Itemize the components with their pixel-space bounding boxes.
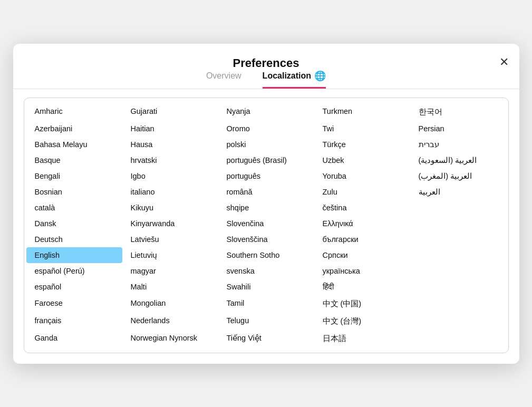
language-item[interactable]: čeština xyxy=(314,200,410,216)
modal-title: Preferences xyxy=(233,56,299,70)
language-item[interactable]: Slovenščina xyxy=(218,231,314,247)
language-item[interactable] xyxy=(410,216,506,231)
language-item[interactable]: Uzbek xyxy=(314,152,410,168)
language-item[interactable]: Gujarati xyxy=(122,103,218,121)
language-item[interactable]: português (Brasil) xyxy=(218,152,314,168)
modal-header: Preferences ✕ Overview Localization 🌐 xyxy=(13,56,519,89)
language-item[interactable]: Southern Sotho xyxy=(218,247,314,263)
language-item[interactable]: Lietuvių xyxy=(122,247,218,263)
language-item[interactable]: Yoruba xyxy=(314,168,410,184)
language-item[interactable]: Amharic xyxy=(26,103,122,121)
language-item[interactable]: Oromo xyxy=(218,121,314,137)
tab-overview-label: Overview xyxy=(206,71,241,81)
language-item[interactable] xyxy=(410,200,506,216)
language-item[interactable]: magyar xyxy=(122,263,218,279)
language-item[interactable]: українська xyxy=(314,263,410,279)
language-item[interactable]: Српски xyxy=(314,247,410,263)
language-item[interactable]: Turkmen xyxy=(314,103,410,121)
language-item[interactable]: shqipe xyxy=(218,200,314,216)
language-item[interactable]: Hausa xyxy=(122,137,218,152)
globe-icon: 🌐 xyxy=(314,70,326,82)
tabs-container: Overview Localization 🌐 xyxy=(13,70,519,89)
language-item[interactable]: español xyxy=(26,279,122,295)
language-item[interactable] xyxy=(410,313,506,330)
language-item[interactable]: Haitian xyxy=(122,121,218,137)
tab-localization-label: Localization xyxy=(263,71,311,81)
language-item[interactable]: Faroese xyxy=(26,295,122,313)
language-item[interactable]: Nederlands xyxy=(122,313,218,330)
language-item[interactable]: español (Perú) xyxy=(26,263,122,279)
language-item[interactable]: Nyanja xyxy=(218,103,314,121)
language-item[interactable]: português xyxy=(218,168,314,184)
language-item[interactable]: Swahili xyxy=(218,279,314,295)
language-item[interactable]: हिंदी xyxy=(314,279,410,295)
language-item[interactable]: Norwegian Nynorsk xyxy=(122,330,218,347)
language-item[interactable]: Kinyarwanda xyxy=(122,216,218,231)
close-button[interactable]: ✕ xyxy=(499,56,509,68)
tab-overview[interactable]: Overview xyxy=(206,70,241,89)
language-item[interactable]: 한국어 xyxy=(410,103,506,121)
language-item[interactable]: polski xyxy=(218,137,314,152)
language-item[interactable]: Ελληνικά xyxy=(314,216,410,231)
language-item[interactable] xyxy=(410,247,506,263)
preferences-modal: Preferences ✕ Overview Localization 🌐 Am… xyxy=(13,44,519,364)
language-item[interactable]: Malti xyxy=(122,279,218,295)
language-grid: AmharicGujaratiNyanjaTurkmen한국어Azerbaija… xyxy=(26,103,506,347)
language-item[interactable]: français xyxy=(26,313,122,330)
language-item[interactable]: català xyxy=(26,200,122,216)
language-item[interactable]: italiano xyxy=(122,184,218,200)
language-item[interactable]: Dansk xyxy=(26,216,122,231)
language-item[interactable]: 中文 (中国) xyxy=(314,295,410,313)
language-item[interactable]: English xyxy=(26,247,122,263)
language-item[interactable]: 中文 (台灣) xyxy=(314,313,410,330)
language-item[interactable]: العربية xyxy=(410,184,506,200)
language-item[interactable]: Mongolian xyxy=(122,295,218,313)
modal-body: AmharicGujaratiNyanjaTurkmen한국어Azerbaija… xyxy=(13,89,519,364)
language-item[interactable]: Bengali xyxy=(26,168,122,184)
language-item[interactable]: Igbo xyxy=(122,168,218,184)
language-item[interactable]: 日本語 xyxy=(314,330,410,347)
language-item[interactable]: Kikuyu xyxy=(122,200,218,216)
language-item[interactable]: Basque xyxy=(26,152,122,168)
language-item[interactable]: hrvatski xyxy=(122,152,218,168)
language-item[interactable] xyxy=(410,295,506,313)
language-grid-container: AmharicGujaratiNyanjaTurkmen한국어Azerbaija… xyxy=(24,98,509,353)
language-item[interactable]: Twi xyxy=(314,121,410,137)
language-item[interactable]: Azerbaijani xyxy=(26,121,122,137)
language-item[interactable]: svenska xyxy=(218,263,314,279)
language-item[interactable]: Latviešu xyxy=(122,231,218,247)
language-item[interactable]: Zulu xyxy=(314,184,410,200)
language-item[interactable]: Tiếng Việt xyxy=(218,330,314,347)
language-item[interactable]: română xyxy=(218,184,314,200)
language-item[interactable] xyxy=(410,279,506,295)
language-item[interactable]: Bosnian xyxy=(26,184,122,200)
language-item[interactable]: Slovenčina xyxy=(218,216,314,231)
language-item[interactable]: Deutsch xyxy=(26,231,122,247)
language-item[interactable]: العربية (السعودية) xyxy=(410,152,506,168)
language-item[interactable]: Tamil xyxy=(218,295,314,313)
language-item[interactable] xyxy=(410,330,506,347)
tab-localization[interactable]: Localization 🌐 xyxy=(263,70,326,89)
language-item[interactable] xyxy=(410,263,506,279)
language-item[interactable]: עברית xyxy=(410,137,506,152)
language-item[interactable]: Türkçe xyxy=(314,137,410,152)
language-item[interactable]: Telugu xyxy=(218,313,314,330)
language-item[interactable]: Persian xyxy=(410,121,506,137)
language-item[interactable]: العربية (المغرب) xyxy=(410,168,506,184)
language-item[interactable]: Bahasa Melayu xyxy=(26,137,122,152)
language-item[interactable]: Ganda xyxy=(26,330,122,347)
language-item[interactable] xyxy=(410,231,506,247)
language-item[interactable]: български xyxy=(314,231,410,247)
